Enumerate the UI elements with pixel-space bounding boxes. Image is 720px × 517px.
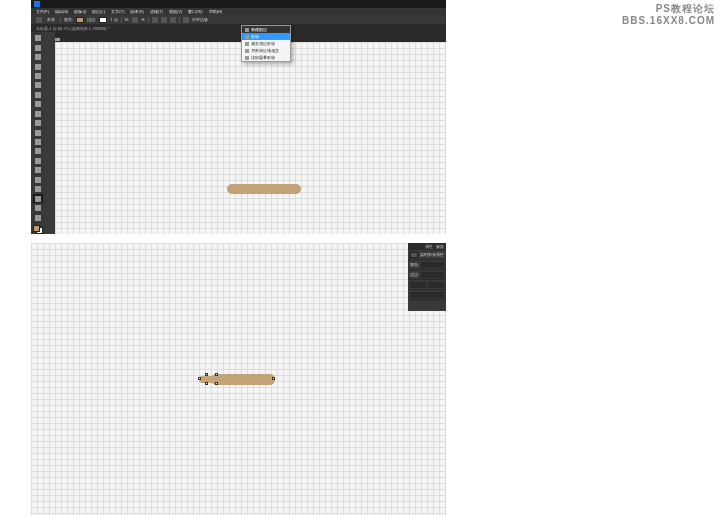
ruler-vertical — [45, 42, 55, 234]
brush-tool[interactable] — [33, 100, 43, 108]
menubar[interactable]: 文件(F) 编辑(E) 图像(I) 图层(L) 文字(Y) 选择(S) 滤镜(T… — [31, 8, 446, 15]
menu-select[interactable]: 选择(S) — [130, 9, 143, 14]
doc-tab[interactable]: 未标题-1 @ 66.7% (圆角矩形 1, RGB/8) * — [36, 26, 109, 31]
w-field[interactable] — [410, 282, 426, 288]
shape-tool[interactable] — [33, 194, 43, 202]
photoshop-window-top: 文件(F) 编辑(E) 图像(I) 图层(L) 文字(Y) 选择(S) 滤镜(T… — [31, 0, 446, 234]
blur-tool[interactable] — [33, 147, 43, 155]
fill-row: 填充: — [408, 260, 446, 270]
gradient-tool[interactable] — [33, 138, 43, 146]
dropdown-item-subtract[interactable]: 减去顶层形状 — [242, 40, 290, 47]
photoshop-window-bottom: 属性 蒙版 实时形状属性 填充: 描边: — [31, 243, 446, 515]
menu-help[interactable]: 帮助(H) — [209, 9, 223, 14]
dropdown-item-exclude[interactable]: 排除重叠形状 — [242, 54, 290, 61]
pen-tool[interactable] — [33, 166, 43, 174]
history-brush-tool[interactable] — [33, 119, 43, 127]
subtract-icon — [245, 42, 249, 46]
dodge-tool[interactable] — [33, 157, 43, 165]
tab-properties[interactable]: 属性 — [425, 244, 433, 249]
stroke-field[interactable] — [421, 272, 444, 278]
color-picker[interactable] — [33, 225, 43, 234]
heal-tool[interactable] — [33, 91, 43, 99]
tool-preset-icon[interactable] — [36, 17, 42, 23]
lasso-tool[interactable] — [33, 53, 43, 61]
exclude-icon — [245, 56, 249, 60]
toolbox — [31, 32, 45, 234]
stroke-width[interactable]: 1 点 — [110, 17, 117, 22]
fill-label: 填充: — [64, 17, 73, 22]
move-tool[interactable] — [33, 34, 43, 42]
menu-view[interactable]: 视图(V) — [169, 9, 182, 14]
anchor-point[interactable] — [205, 373, 208, 376]
new-layer-icon — [245, 28, 249, 32]
w-label: W: — [125, 17, 130, 22]
dimensions-row — [408, 280, 446, 290]
path-operations-dropdown: 新建图层 形状 减去顶层形状 与形状区域相交 排除重叠形状 — [241, 25, 291, 62]
watermark-line1: PS教程论坛 — [622, 3, 715, 15]
shape-type-icon — [410, 252, 418, 258]
tab-masks[interactable]: 蒙版 — [436, 244, 444, 249]
menu-type[interactable]: 文字(Y) — [111, 9, 124, 14]
hand-tool[interactable] — [33, 204, 43, 212]
ruler-origin — [45, 32, 55, 42]
shape-properties-row: 实时形状属性 — [408, 250, 446, 260]
menu-layer[interactable]: 图层(L) — [92, 9, 105, 14]
path-ops-icon[interactable] — [152, 17, 158, 23]
menu-edit[interactable]: 编辑(E) — [55, 9, 68, 14]
dropdown-item-shape[interactable]: 形状 — [242, 33, 290, 40]
properties-panel: 属性 蒙版 实时形状属性 填充: 描边: — [408, 243, 446, 311]
dropdown-header: 新建图层 — [242, 26, 290, 33]
menu-filter[interactable]: 滤镜(T) — [150, 9, 163, 14]
link-icon[interactable] — [132, 17, 138, 23]
crop-tool[interactable] — [33, 72, 43, 80]
zoom-tool[interactable] — [33, 213, 43, 221]
menu-file[interactable]: 文件(F) — [36, 9, 49, 14]
options-bar: 形状 填充: 描边: 1 点 W: H: 对齐边缘 — [31, 15, 446, 24]
marquee-tool[interactable] — [33, 43, 43, 51]
align-icon[interactable] — [161, 17, 167, 23]
h-field[interactable] — [428, 282, 444, 288]
anchor-point[interactable] — [272, 377, 275, 380]
edited-shape[interactable] — [199, 374, 275, 385]
anchor-point[interactable] — [215, 382, 218, 385]
panel-tabs[interactable]: 属性 蒙版 — [408, 243, 446, 250]
anchor-point[interactable] — [215, 373, 218, 376]
combine-icon — [245, 35, 249, 39]
canvas-zoom[interactable]: 属性 蒙版 实时形状属性 填充: 描边: — [31, 243, 446, 515]
ps-logo-icon — [34, 1, 40, 7]
radius-field[interactable] — [410, 292, 444, 298]
anchor-point[interactable] — [205, 382, 208, 385]
eraser-tool[interactable] — [33, 128, 43, 136]
anchor-point[interactable] — [198, 377, 201, 380]
stamp-tool[interactable] — [33, 110, 43, 118]
h-label: H: — [141, 17, 145, 22]
stroke-row: 描边: — [408, 270, 446, 280]
fill-field[interactable] — [421, 262, 444, 268]
canvas[interactable] — [55, 42, 446, 234]
gear-icon[interactable] — [183, 17, 189, 23]
document-tabs[interactable]: 未标题-1 @ 66.7% (圆角矩形 1, RGB/8) * — [31, 24, 446, 32]
stroke-label: 描边: — [87, 17, 96, 22]
wand-tool[interactable] — [33, 62, 43, 70]
menu-image[interactable]: 图像(I) — [74, 9, 86, 14]
titlebar — [31, 0, 446, 8]
radius-row — [408, 290, 446, 300]
eyedropper-tool[interactable] — [33, 81, 43, 89]
shape-mode-select[interactable]: 形状 — [45, 17, 57, 22]
menu-window[interactable]: 窗口(W) — [188, 9, 202, 14]
type-tool[interactable] — [33, 176, 43, 184]
fg-color-swatch[interactable] — [33, 225, 40, 232]
fill-swatch[interactable] — [76, 17, 84, 23]
rounded-rect-shape[interactable] — [227, 184, 301, 194]
arrange-icon[interactable] — [170, 17, 176, 23]
stroke-swatch[interactable] — [99, 17, 107, 23]
dropdown-item-intersect[interactable]: 与形状区域相交 — [242, 47, 290, 54]
align-edges-checkbox[interactable]: 对齐边缘 — [192, 17, 208, 22]
intersect-icon — [245, 49, 249, 53]
path-select-tool[interactable] — [33, 185, 43, 193]
watermark-line2: BBS.16XX8.COM — [622, 15, 715, 27]
